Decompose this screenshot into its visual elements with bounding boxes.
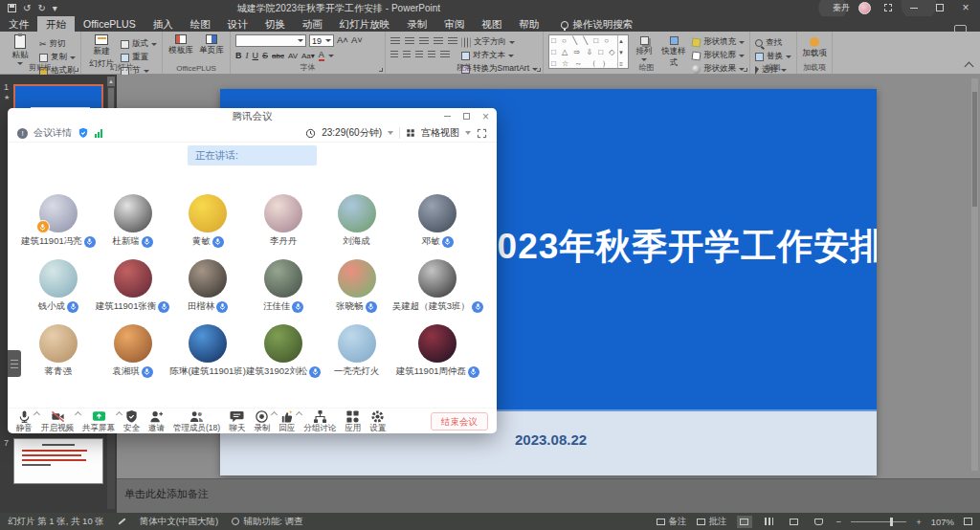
shape-outline-button[interactable]: 形状轮廓: [692, 50, 745, 61]
participant-tile[interactable]: 张晓畅: [321, 259, 391, 324]
slide-sorter-view-button[interactable]: [762, 516, 777, 528]
slide-title-text[interactable]: 2023年秋季开学工作安排: [477, 223, 877, 271]
spell-check-icon[interactable]: [118, 518, 125, 524]
font-dialog-launcher[interactable]: [379, 68, 383, 72]
shrink-font-button[interactable]: A˅: [351, 34, 363, 47]
toolbar-chat-button[interactable]: 聊天: [229, 409, 245, 432]
tab-幻灯片放映[interactable]: 幻灯片放映: [331, 16, 399, 32]
bold-button[interactable]: B: [235, 51, 242, 60]
participant-tile[interactable]: 汪佳佳: [246, 259, 321, 324]
account-name[interactable]: 秦丹: [833, 2, 850, 14]
end-meeting-button[interactable]: 结束会议: [431, 412, 488, 431]
slideshow-button[interactable]: [812, 516, 827, 528]
meeting-maximize-button[interactable]: [463, 113, 470, 120]
change-case-button[interactable]: Aa▾: [301, 52, 315, 60]
toolbar-members-button[interactable]: 管理成员(18): [173, 409, 220, 432]
find-button[interactable]: 查找: [755, 37, 791, 49]
increase-indent-icon[interactable]: [434, 37, 443, 46]
meeting-details-link[interactable]: 会议详情: [33, 126, 72, 140]
language-status[interactable]: 简体中文(中国大陆): [140, 516, 218, 528]
clipboard-dialog-launcher[interactable]: [75, 68, 78, 72]
slide-date-text[interactable]: 2023.08.22: [515, 431, 587, 448]
bullets-icon[interactable]: [390, 37, 400, 46]
replace-button[interactable]: 替换: [755, 51, 791, 62]
tab-插入[interactable]: 插入: [145, 16, 182, 32]
participant-tile[interactable]: 邓敏: [392, 194, 483, 259]
italic-button[interactable]: I: [246, 51, 249, 60]
notes-pane[interactable]: 单击此处添加备注: [117, 478, 980, 513]
participant-tile[interactable]: 田楷林: [169, 259, 246, 324]
align-center-icon[interactable]: [403, 51, 411, 59]
zoom-slider[interactable]: [851, 521, 906, 522]
notes-toggle-button[interactable]: 备注: [657, 516, 687, 528]
numbering-icon[interactable]: [405, 37, 414, 46]
collapse-ribbon-icon[interactable]: [965, 62, 974, 72]
toolbar-apps-button[interactable]: 应用: [345, 409, 361, 432]
timer-dropdown-icon[interactable]: [388, 131, 393, 135]
fullscreen-icon[interactable]: [477, 128, 487, 139]
shield-check-icon[interactable]: [78, 127, 89, 139]
view-mode-button[interactable]: 宫格视图: [421, 126, 459, 140]
ribbon-display-options-icon[interactable]: [880, 0, 897, 16]
zoom-out-button[interactable]: −: [836, 517, 842, 527]
tab-OfficePLUS[interactable]: OfficePLUS: [75, 16, 145, 32]
participant-tile[interactable]: 杜新瑞: [96, 194, 170, 259]
underline-button[interactable]: U: [253, 51, 259, 60]
line-spacing-icon[interactable]: [448, 37, 457, 46]
slide-scrollbar[interactable]: [971, 78, 978, 471]
customize-qat-icon[interactable]: ▾: [53, 0, 57, 16]
tab-开始[interactable]: 开始: [37, 16, 75, 32]
minimize-button[interactable]: [905, 0, 923, 16]
tab-绘图[interactable]: 绘图: [182, 16, 219, 32]
participant-tile[interactable]: 建筑31902刘松: [246, 324, 321, 389]
toolbar-invite-button[interactable]: 邀请: [148, 409, 165, 432]
paste-button[interactable]: 粘贴: [5, 34, 35, 65]
normal-view-button[interactable]: [737, 516, 752, 528]
participant-tile[interactable]: 钱小成: [21, 259, 96, 324]
save-icon[interactable]: [8, 4, 16, 12]
network-signal-icon[interactable]: [95, 129, 102, 138]
participant-tile[interactable]: 陈琳(建筑11901班): [169, 324, 246, 389]
fit-slide-button[interactable]: [964, 518, 972, 525]
meeting-minimize-button[interactable]: [444, 116, 451, 117]
comments-toggle-button[interactable]: 批注: [697, 516, 727, 528]
undo-icon[interactable]: ↺: [23, 0, 31, 16]
tab-文件[interactable]: 文件: [0, 16, 37, 32]
participant-tile[interactable]: 一壳壳灯火: [321, 324, 391, 389]
participant-tile[interactable]: 李丹丹: [246, 194, 321, 259]
redo-icon[interactable]: ↻: [37, 0, 45, 16]
toolbar-camera-off-button[interactable]: 开启视频: [41, 409, 74, 432]
accessibility-status[interactable]: 辅助功能: 调查: [232, 516, 302, 528]
grow-font-button[interactable]: A˄: [337, 34, 348, 47]
participant-tile[interactable]: 吴建超（建筑3班）: [392, 259, 483, 324]
toolbar-reaction-button[interactable]: 回应: [278, 409, 295, 432]
chevron-up-icon[interactable]: [271, 411, 278, 418]
toolbar-mic-button[interactable]: 静音: [16, 409, 33, 432]
floating-panel-handle[interactable]: [8, 350, 21, 377]
template-library-button[interactable]: 模板库: [167, 34, 194, 56]
page-library-button[interactable]: 单页库: [198, 34, 225, 56]
align-left-icon[interactable]: [390, 51, 398, 59]
tab-帮助[interactable]: 帮助: [510, 16, 547, 32]
font-name-combo[interactable]: [235, 34, 306, 47]
participant-tile[interactable]: 建筑11901周仲磊: [392, 324, 483, 389]
scroll-up-icon[interactable]: ▲: [107, 77, 115, 86]
view-dropdown-icon[interactable]: [465, 131, 471, 135]
paragraph-dialog-launcher[interactable]: [537, 68, 541, 72]
cut-button[interactable]: ✂剪切: [39, 38, 76, 50]
participant-tile[interactable]: 袁湘琪: [96, 324, 170, 389]
toolbar-record-button[interactable]: 录制: [254, 409, 270, 432]
layout-button[interactable]: 版式: [121, 38, 157, 50]
participant-tile[interactable]: 建筑11901张衡: [96, 259, 170, 324]
info-icon[interactable]: !: [17, 128, 28, 139]
toolbar-shield-button[interactable]: 安全: [123, 409, 140, 432]
chevron-up-icon[interactable]: [75, 411, 81, 418]
tab-动画[interactable]: 动画: [294, 16, 331, 32]
text-direction-button[interactable]: 文字方向: [461, 36, 538, 48]
reading-view-button[interactable]: [787, 516, 802, 528]
align-right-icon[interactable]: [415, 51, 423, 59]
clear-format-button[interactable]: abc: [272, 52, 284, 60]
participant-tile[interactable]: 刘海成: [321, 194, 391, 259]
tab-录制[interactable]: 录制: [398, 16, 435, 32]
tab-设计[interactable]: 设计: [219, 16, 256, 32]
